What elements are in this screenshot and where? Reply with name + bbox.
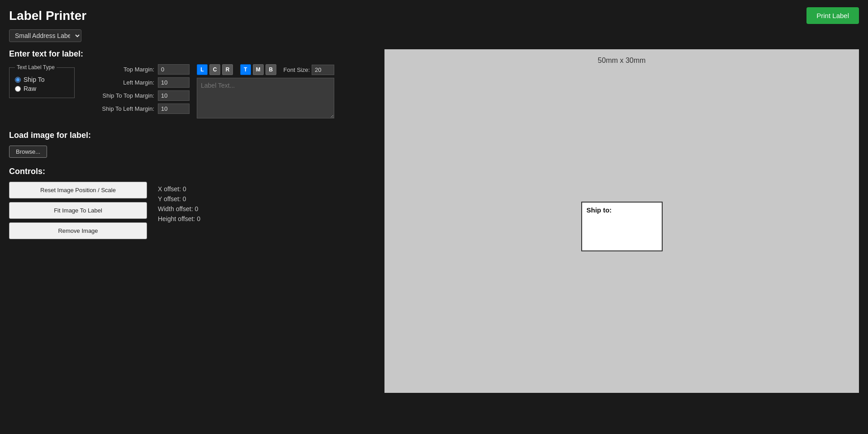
label-type-select[interactable]: Small Address LabelLarge Address LabelCu… — [9, 29, 81, 42]
align-section: L C R T M B Font Size: — [197, 64, 334, 75]
ship-to-top-row: Ship To Top Margin: — [82, 90, 190, 101]
text-section-title: Enter text for label: — [9, 49, 375, 59]
label-textarea[interactable] — [197, 78, 334, 118]
margin-fields: Top Margin: Left Margin: Ship To Top Mar… — [82, 64, 190, 114]
remove-image-button[interactable]: Remove Image — [9, 222, 147, 239]
text-controls-row: Text Label Type Ship To Raw T — [9, 64, 375, 120]
align-center-button[interactable]: C — [209, 64, 220, 75]
left-panel: Enter text for label: Text Label Type Sh… — [9, 49, 375, 393]
top-margin-label: Top Margin: — [82, 66, 154, 73]
radio-raw-input[interactable] — [15, 86, 21, 92]
preview-panel: 50mm x 30mm Ship to: — [384, 49, 859, 393]
font-size-input[interactable] — [312, 65, 334, 75]
controls-section: Controls: Reset Image Position / Scale F… — [9, 167, 375, 239]
left-margin-label: Left Margin: — [82, 79, 154, 86]
preview-size-label: 50mm x 30mm — [598, 57, 646, 65]
ship-to-top-label: Ship To Top Margin: — [82, 92, 154, 99]
ship-to-left-row: Ship To Left Margin: — [82, 104, 190, 114]
load-image-title: Load image for label: — [9, 131, 375, 140]
ship-to-text: Ship to: — [587, 206, 612, 214]
ship-to-box: Ship to: — [581, 202, 663, 251]
browse-button[interactable]: Browse... — [9, 146, 47, 158]
width-offset-label: Width offset: 0 — [158, 205, 200, 212]
top-margin-row: Top Margin: — [82, 64, 190, 75]
app-container: Label Printer Print Label Small Address … — [0, 0, 868, 400]
right-panel: 50mm x 30mm Ship to: — [384, 49, 859, 393]
load-image-section: Load image for label: Browse... — [9, 131, 375, 158]
radio-raw-label[interactable]: Raw — [24, 85, 36, 92]
text-area-col — [197, 78, 334, 120]
print-label-button[interactable]: Print Label — [806, 7, 859, 24]
offset-info: X offset: 0 Y offset: 0 Width offset: 0 … — [158, 182, 200, 222]
h-align-row: L C R T M B Font Size: — [197, 64, 334, 75]
header: Label Printer Print Label — [9, 7, 859, 24]
radio-ship-to-option[interactable]: Ship To — [15, 76, 69, 83]
left-margin-row: Left Margin: — [82, 77, 190, 88]
y-offset-label: Y offset: 0 — [158, 195, 200, 203]
preview-canvas-area: Ship to: — [392, 68, 852, 385]
text-label-section: Enter text for label: Text Label Type Sh… — [9, 49, 375, 120]
ship-to-left-input[interactable] — [158, 104, 190, 114]
app-title: Label Printer — [9, 9, 86, 23]
left-margin-input[interactable] — [158, 77, 190, 88]
controls-title: Controls: — [9, 167, 375, 176]
height-offset-label: Height offset: 0 — [158, 215, 200, 222]
ship-to-left-label: Ship To Left Margin: — [82, 105, 154, 112]
align-top-button[interactable]: T — [240, 64, 251, 75]
control-buttons: Reset Image Position / Scale Fit Image T… — [9, 182, 147, 239]
ship-to-top-input[interactable] — [158, 90, 190, 101]
fit-image-button[interactable]: Fit Image To Label — [9, 202, 147, 219]
label-type-legend: Text Label Type — [15, 64, 57, 71]
align-bottom-button[interactable]: B — [266, 64, 276, 75]
align-left-button[interactable]: L — [197, 64, 208, 75]
controls-layout: Reset Image Position / Scale Fit Image T… — [9, 182, 375, 239]
main-layout: Enter text for label: Text Label Type Sh… — [9, 49, 859, 393]
reset-image-button[interactable]: Reset Image Position / Scale — [9, 182, 147, 198]
label-type-fieldset: Text Label Type Ship To Raw — [9, 64, 75, 98]
align-right-button[interactable]: R — [222, 64, 233, 75]
font-size-label: Font Size: — [284, 66, 310, 73]
radio-ship-to-label[interactable]: Ship To — [24, 76, 44, 83]
right-controls: L C R T M B Font Size: — [197, 64, 334, 120]
dropdown-row: Small Address LabelLarge Address LabelCu… — [9, 29, 859, 42]
radio-raw-option[interactable]: Raw — [15, 85, 69, 92]
radio-ship-to-input[interactable] — [15, 77, 21, 83]
top-margin-input[interactable] — [158, 64, 190, 75]
align-middle-button[interactable]: M — [253, 64, 264, 75]
x-offset-label: X offset: 0 — [158, 185, 200, 193]
